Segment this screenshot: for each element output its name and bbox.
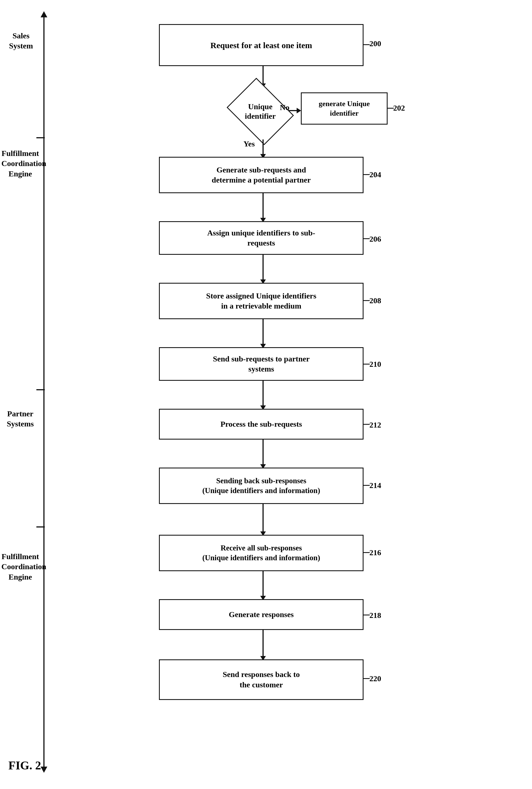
ref-line-204 [363,174,370,175]
ref-line-210 [363,364,370,364]
ref-220: 220 [369,674,381,683]
diagram-container: Sales System FulfillmentCoordinationEngi… [0,0,532,789]
section-sales-system: Sales System [3,31,39,51]
ref-line-214 [363,485,370,486]
fig-label: FIG. 2 [8,759,41,772]
ref-200: 200 [369,39,381,48]
section-fulfillment-2: FulfillmentCoordinationEngine [1,551,39,582]
arrow-206-to-208 [260,255,266,284]
ref-line-202 [387,108,394,109]
left-axis [43,17,44,767]
node-206: Assign unique identifiers to sub-request… [159,221,363,255]
ref-208: 208 [369,296,381,305]
node-208: Store assigned Unique identifiersin a re… [159,283,363,319]
ref-212: 212 [369,420,381,430]
node-204: Generate sub-requests anddetermine a pot… [159,157,363,193]
arrow-214-to-216 [260,504,266,536]
horiz-arrow-to-202 [288,108,301,113]
arrow-204-to-206 [260,193,266,222]
ref-line-212 [363,424,370,425]
section-fulfillment-1: FulfillmentCoordinationEngine [1,148,39,179]
ref-line-218 [363,615,370,615]
arrow-diamond-to-204 [260,139,266,158]
node-202: generate Unique identifier [301,92,387,125]
axis-arrow-bottom [41,767,47,773]
arrow-218-to-220 [260,630,266,660]
ref-210: 210 [369,360,381,369]
ref-line-200 [363,44,370,45]
label-yes: Yes [244,139,255,148]
node-218: Generate responses [159,599,363,630]
node-214: Sending back sub-responses(Unique identi… [159,468,363,504]
ref-line-208 [363,300,370,301]
arrow-212-to-214 [260,439,266,469]
node-210: Send sub-requests to partnersystems [159,347,363,381]
node-212: Process the sub-requests [159,409,363,439]
ref-line-220 [363,678,370,679]
tick-3 [36,526,45,527]
ref-214: 214 [369,481,381,490]
node-200: Request for at least one item [159,24,363,66]
ref-218: 218 [369,611,381,620]
ref-216: 216 [369,548,381,557]
axis-arrow-top [41,11,47,17]
ref-202: 202 [393,104,405,113]
arrow-210-to-212 [260,381,266,410]
diamond-label: Uniqueidentifier [236,102,284,121]
ref-206: 206 [369,234,381,244]
node-216: Receive all sub-responses(Unique identif… [159,535,363,571]
ref-204: 204 [369,170,381,179]
ref-line-206 [363,238,370,239]
tick-2 [36,389,45,390]
section-partner-systems: PartnerSystems [1,409,39,429]
tick-1 [36,137,45,138]
arrow-208-to-210 [260,319,266,348]
node-220: Send responses back tothe customer [159,659,363,700]
arrow-216-to-218 [260,571,266,600]
ref-line-216 [363,552,370,553]
